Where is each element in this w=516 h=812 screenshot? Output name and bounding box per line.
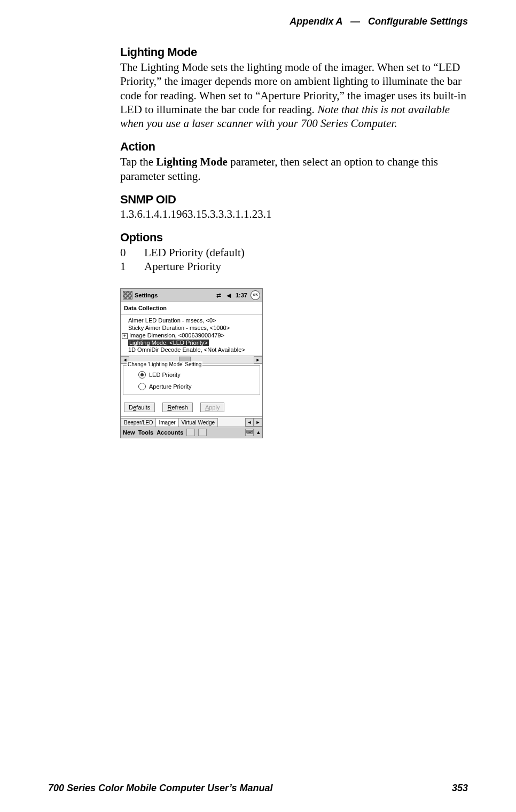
menu-new[interactable]: New bbox=[123, 429, 135, 436]
option-row-1: 1Aperture Priority bbox=[120, 259, 467, 273]
action-body: Tap the Lighting Mode parameter, then se… bbox=[120, 155, 467, 183]
action-bold: Lighting Mode bbox=[156, 155, 228, 168]
options-list: 0LED Priority (default) 1Aperture Priori… bbox=[120, 246, 467, 274]
applet-title: Data Collection bbox=[121, 302, 262, 314]
tab-virtual-wedge[interactable]: Virtual Wedge bbox=[178, 418, 218, 427]
page-footer: 700 Series Color Mobile Computer User’s … bbox=[48, 783, 468, 794]
ok-button[interactable]: ok bbox=[251, 290, 260, 300]
lighting-mode-title: Lighting Mode bbox=[120, 45, 467, 59]
snmp-value: 1.3.6.1.4.1.1963.15.3.3.3.1.1.23.1 bbox=[120, 208, 467, 221]
speaker-icon[interactable]: ◀ bbox=[225, 292, 232, 298]
action-pre: Tap the bbox=[120, 155, 156, 168]
option-label-0: LED Priority (default) bbox=[144, 246, 245, 259]
window-title: Settings bbox=[135, 292, 158, 298]
scroll-right-arrow-icon[interactable]: ► bbox=[254, 356, 262, 364]
button-row: Defaults Refresh Apply bbox=[121, 399, 262, 416]
group-title: Change 'Lighting Mode' Setting bbox=[127, 361, 202, 367]
menu-accounts[interactable]: Accounts bbox=[157, 429, 183, 436]
tree-item-lighting-mode[interactable]: Lighting Mode, <LED Priority> bbox=[128, 340, 209, 346]
option-label-1: Aperture Priority bbox=[144, 260, 221, 273]
option-key-0: 0 bbox=[120, 246, 144, 259]
window-titlebar: Settings ⇄ ◀ 1:37 ok bbox=[121, 289, 262, 302]
tab-nav: ◄ ► bbox=[245, 418, 262, 427]
snmp-title: SNMP OID bbox=[120, 193, 467, 207]
option-row-0: 0LED Priority (default) bbox=[120, 246, 467, 259]
clock-time: 1:37 bbox=[234, 292, 248, 298]
content-area: Lighting Mode The Lighting Mode sets the… bbox=[120, 45, 467, 438]
option-key-1: 1 bbox=[120, 259, 144, 273]
page-number: 353 bbox=[452, 783, 468, 794]
radio-unselected-icon bbox=[138, 383, 146, 390]
expand-icon[interactable]: + bbox=[122, 333, 128, 339]
radio-led-label: LED Priority bbox=[149, 372, 181, 378]
defaults-button[interactable]: Defaults bbox=[124, 403, 155, 412]
footer-title: 700 Series Color Mobile Computer User’s … bbox=[48, 783, 272, 794]
start-flag-icon[interactable] bbox=[123, 291, 132, 299]
radio-selected-icon bbox=[138, 371, 146, 379]
page: Appendix A — Configurable Settings Light… bbox=[0, 0, 516, 812]
tree-item-sticky-aimer[interactable]: Sticky Aimer Duration - msecs, <1000> bbox=[122, 324, 261, 332]
tree-item-image-dimension[interactable]: +Image Dimension, <000639000479> bbox=[122, 332, 261, 340]
device-screenshot: Settings ⇄ ◀ 1:37 ok Data Collection Aim… bbox=[120, 288, 263, 438]
connectivity-icon[interactable]: ⇄ bbox=[215, 292, 223, 298]
tree-item-aimer-led[interactable]: Aimer LED Duration - msecs, <0> bbox=[122, 317, 261, 324]
radio-led-priority[interactable]: LED Priority bbox=[127, 369, 256, 381]
radio-aperture-priority[interactable]: Aperture Priority bbox=[127, 381, 256, 392]
header-sep: — bbox=[350, 16, 360, 27]
toolbar-icon-1[interactable] bbox=[186, 429, 195, 436]
tree-item-omnidir[interactable]: 1D OmniDir Decode Enable, <Not Available… bbox=[122, 346, 261, 353]
radio-aperture-label: Aperture Priority bbox=[149, 383, 191, 390]
refresh-button[interactable]: Refresh bbox=[162, 403, 193, 412]
tab-strip: Beeper/LED Imager Virtual Wedge ◄ ► bbox=[121, 416, 262, 427]
settings-tree[interactable]: Aimer LED Duration - msecs, <0> Sticky A… bbox=[121, 314, 262, 356]
running-header: Appendix A — Configurable Settings bbox=[290, 16, 468, 27]
options-title: Options bbox=[120, 231, 467, 245]
header-section: Configurable Settings bbox=[368, 16, 468, 27]
tab-nav-right-icon[interactable]: ► bbox=[254, 418, 262, 427]
sip-keyboard-icon[interactable]: ⌨ bbox=[245, 429, 254, 436]
tab-imager[interactable]: Imager bbox=[155, 418, 178, 427]
setting-group: Change 'Lighting Mode' Setting LED Prior… bbox=[123, 365, 260, 395]
tab-beeper-led[interactable]: Beeper/LED bbox=[121, 418, 156, 427]
sip-up-arrow-icon[interactable]: ▴ bbox=[257, 429, 260, 436]
command-bar: New Tools Accounts ⌨ ▴ bbox=[121, 427, 262, 438]
apply-button: Apply bbox=[200, 403, 225, 412]
tab-nav-left-icon[interactable]: ◄ bbox=[245, 418, 254, 427]
header-appendix: Appendix A bbox=[290, 16, 342, 27]
lighting-mode-body: The Lighting Mode sets the lighting mode… bbox=[120, 60, 467, 130]
toolbar-icon-2[interactable] bbox=[198, 429, 207, 436]
action-title: Action bbox=[120, 140, 467, 154]
menu-tools[interactable]: Tools bbox=[138, 429, 154, 436]
